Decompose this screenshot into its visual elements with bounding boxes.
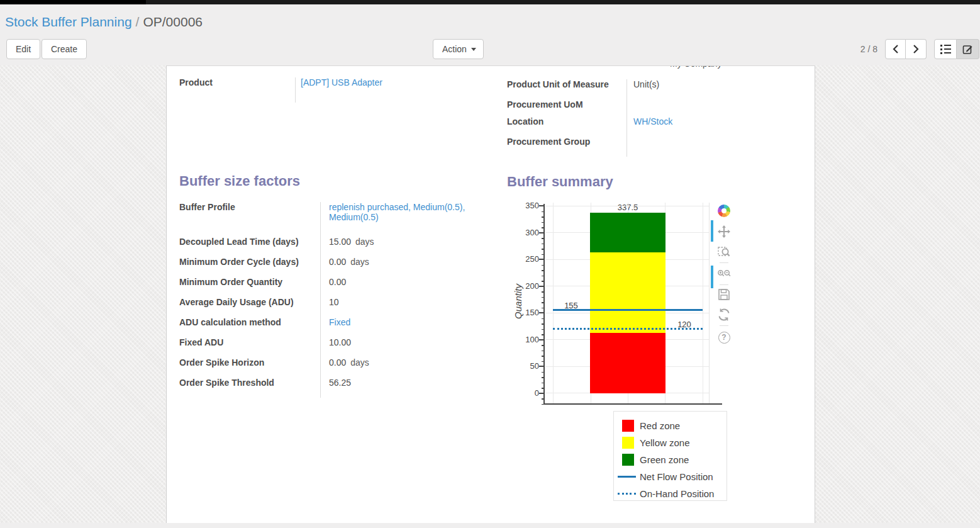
y-minor-tick xyxy=(542,276,544,277)
field-row-moq: Minimum Order Quantity 0.00 xyxy=(179,277,497,297)
clipped-company-value: My Company xyxy=(670,66,721,69)
form-view-button[interactable] xyxy=(957,39,979,59)
x-gridline xyxy=(703,203,703,403)
form-view-background: My Company Product [ADPT] USB Adapter Pr… xyxy=(0,65,980,523)
procurement-group-value xyxy=(627,137,633,157)
button-row: Edit Create Action 2 / 8 xyxy=(0,36,980,65)
y-tick-label: 100 xyxy=(514,335,539,344)
y-minor-tick xyxy=(542,211,544,213)
create-button[interactable]: Create xyxy=(42,39,87,59)
pan-icon[interactable] xyxy=(717,225,731,239)
save-image-icon[interactable] xyxy=(717,288,731,301)
y-major-tick xyxy=(539,339,544,340)
location-label: Location xyxy=(507,116,627,137)
y-tick-label: 150 xyxy=(514,308,539,317)
plotly-logo-icon[interactable] xyxy=(717,204,731,218)
green-swatch-icon xyxy=(622,454,634,466)
y-minor-tick xyxy=(542,302,544,303)
plot-area: 337.5 262.5 155 112.5 120 xyxy=(545,203,710,403)
adu-value: 10 xyxy=(321,297,486,317)
legend-item-green-zone[interactable]: Green zone xyxy=(614,451,727,468)
field-row-uom: Product Unit of Measure Unit(s) xyxy=(507,79,803,99)
buffer-summary-heading: Buffer summary xyxy=(507,174,613,190)
top-navbar-segment xyxy=(0,0,146,4)
legend-item-yellow-zone[interactable]: Yellow zone xyxy=(614,434,727,451)
y-major-tick xyxy=(539,312,544,313)
y-minor-tick xyxy=(542,383,544,384)
pager-previous-button[interactable] xyxy=(885,39,906,59)
y-minor-tick xyxy=(542,398,544,400)
legend-item-red-zone[interactable]: Red zone xyxy=(614,417,727,434)
moc-label: Minimum Order Cycle (days) xyxy=(179,257,321,277)
y-tick-label: 300 xyxy=(514,228,539,237)
buffer-summary-chart: Quantity 337.5 262.5 155 112.5 120 xyxy=(506,198,755,507)
y-tick-label: 50 xyxy=(514,361,539,371)
y-major-tick xyxy=(539,366,544,367)
dlt-unit: days xyxy=(355,237,374,247)
field-row-adu-method: ADU calculation method Fixed xyxy=(179,317,497,337)
list-icon xyxy=(940,45,951,54)
solid-line-swatch-icon xyxy=(618,476,636,478)
y-minor-tick xyxy=(542,361,544,362)
y-gridline xyxy=(545,206,709,206)
pager-zone: 2 / 8 xyxy=(860,39,980,59)
y-minor-tick xyxy=(542,291,544,293)
y-minor-tick xyxy=(542,377,544,378)
edit-form-icon xyxy=(962,44,973,55)
field-row-adu: Average Daily Usage (ADU) 10 xyxy=(179,297,497,317)
chevron-right-icon xyxy=(913,45,919,53)
y-tick-label: 250 xyxy=(514,254,539,264)
adu-method-value-link[interactable]: Fixed xyxy=(329,317,350,327)
reset-axes-icon[interactable] xyxy=(717,308,731,322)
moq-value: 0.00 xyxy=(321,277,486,297)
legend-label: Yellow zone xyxy=(640,437,690,448)
y-minor-tick xyxy=(542,334,544,335)
breadcrumb-parent-link[interactable]: Stock Buffer Planning xyxy=(5,14,132,29)
edit-button[interactable]: Edit xyxy=(6,39,40,59)
zoom-box-icon[interactable] xyxy=(717,245,731,259)
buffer-profile-value-link[interactable]: replenish purchased, Medium(0.5), Medium… xyxy=(329,202,465,222)
help-icon[interactable]: ? xyxy=(717,330,731,344)
spike-horizon-label: Order Spike Horizon xyxy=(179,357,321,378)
y-minor-tick xyxy=(542,351,544,352)
view-switcher xyxy=(934,39,979,59)
dlt-label: Decoupled Lead Time (days) xyxy=(179,237,321,257)
spike-threshold-label: Order Spike Threshold xyxy=(179,378,321,398)
product-value-link[interactable]: [ADPT] USB Adapter xyxy=(301,77,382,87)
y-minor-tick xyxy=(542,254,544,256)
pager-nav-group xyxy=(885,39,927,59)
y-major-tick xyxy=(539,205,544,206)
chart-legend: Red zone Yellow zone Green zone Net Flow… xyxy=(613,411,727,501)
list-view-button[interactable] xyxy=(934,39,957,59)
line-net-flow-position xyxy=(553,309,703,311)
moq-label: Minimum Order Quantity xyxy=(179,277,321,297)
field-row-procurement-group: Procurement Group xyxy=(507,137,803,157)
y-tick-label: 350 xyxy=(514,201,539,210)
dotted-line-swatch-icon xyxy=(618,493,636,495)
legend-item-on-hand[interactable]: On-Hand Position xyxy=(614,485,727,502)
chevron-left-icon xyxy=(893,45,899,53)
y-minor-tick xyxy=(542,329,544,330)
location-value-link[interactable]: WH/Stock xyxy=(633,116,672,126)
bar-green-zone xyxy=(590,213,665,253)
y-axis-title: Quantity xyxy=(513,267,525,336)
moc-value: 0.00 xyxy=(329,257,346,267)
dlt-value: 15.00 xyxy=(329,237,351,247)
breadcrumb-current: OP/00006 xyxy=(143,14,203,29)
zoom-in-out-icon[interactable] xyxy=(717,267,731,281)
x-axis-line xyxy=(543,403,722,405)
buffer-profile-label: Buffer Profile xyxy=(179,202,321,237)
y-minor-tick xyxy=(542,222,544,223)
field-row-moc: Minimum Order Cycle (days) 0.00days xyxy=(179,257,497,277)
legend-item-net-flow[interactable]: Net Flow Position xyxy=(614,468,727,485)
pager-next-button[interactable] xyxy=(906,39,927,59)
legend-label: Net Flow Position xyxy=(640,471,713,482)
pager-counter: 2 / 8 xyxy=(860,44,877,54)
action-dropdown-button[interactable]: Action xyxy=(433,39,484,59)
chevron-down-icon xyxy=(471,48,476,51)
fixed-adu-label: Fixed ADU xyxy=(179,337,321,357)
legend-label: Green zone xyxy=(640,454,689,465)
field-row-buffer-profile: Buffer Profile replenish purchased, Medi… xyxy=(179,202,497,237)
modebar-separator xyxy=(720,262,728,263)
field-row-dlt: Decoupled Lead Time (days) 15.00days xyxy=(179,237,497,257)
